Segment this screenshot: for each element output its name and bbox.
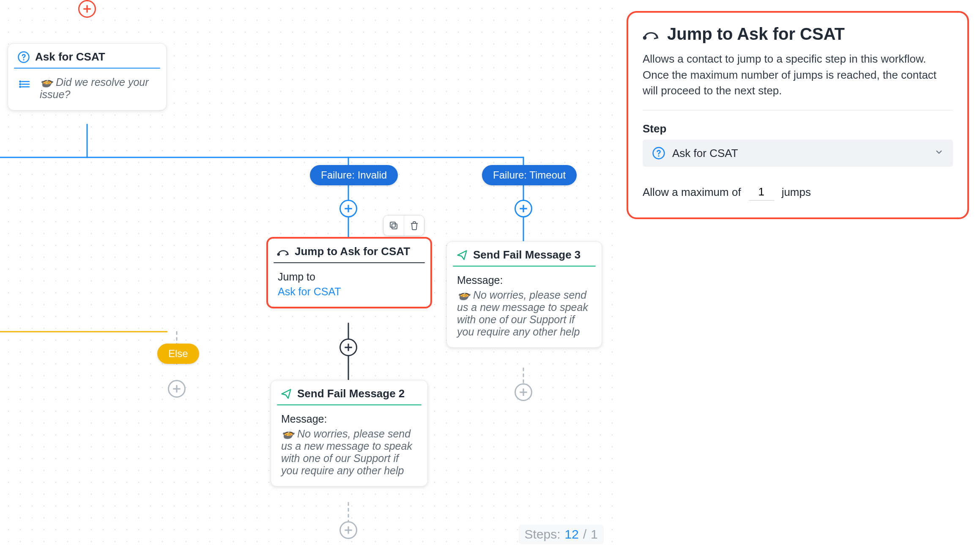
copy-node-button[interactable] [383, 215, 404, 236]
trash-icon [409, 220, 419, 231]
add-step-after-invalid[interactable] [339, 200, 357, 217]
svg-rect-21 [392, 224, 397, 229]
steps-total: 1 [591, 527, 598, 542]
add-step-after-timeout[interactable] [515, 200, 532, 217]
jump-label: Jump to [278, 271, 421, 283]
branch-failure-timeout[interactable]: Failure: Timeout [482, 165, 577, 185]
plus-icon [343, 342, 354, 353]
max-jumps-suffix: jumps [782, 186, 811, 199]
add-step-after-fail3[interactable] [515, 383, 532, 401]
message-label: Message: [457, 274, 591, 286]
plus-icon [171, 383, 182, 394]
message-text: No worries, please send us a new message… [281, 428, 412, 476]
max-jumps-prefix: Allow a maximum of [643, 186, 741, 199]
copy-icon [389, 220, 399, 231]
svg-point-14 [23, 59, 25, 60]
send-icon [456, 249, 468, 261]
question-circle-icon [652, 146, 665, 160]
workflow-canvas[interactable]: Ask for CSAT 🍲 Did we resolve your issue… [0, 0, 613, 550]
plus-icon [343, 203, 354, 214]
pot-emoji: 🍲 [457, 289, 470, 301]
plus-icon [518, 203, 529, 214]
svg-point-18 [19, 81, 21, 82]
pot-emoji: 🍲 [40, 76, 53, 88]
question-circle-icon [17, 51, 30, 63]
svg-point-24 [643, 36, 646, 38]
inspector-panel: Jump to Ask for CSAT Allows a contact to… [627, 11, 969, 219]
node-title: Send Fail Message 3 [473, 248, 580, 261]
pot-emoji: 🍲 [281, 428, 294, 440]
node-send-fail-message-2[interactable]: Send Fail Message 2 Message: 🍲 No worrie… [271, 380, 428, 487]
plus-icon [343, 525, 354, 536]
svg-point-19 [19, 84, 21, 85]
plus-icon [518, 387, 529, 398]
svg-point-20 [19, 86, 21, 88]
list-icon [19, 78, 31, 91]
node-jump-to-ask-for-csat[interactable]: Jump to Ask for CSAT Jump to Ask for CSA… [267, 238, 431, 308]
jump-target-link[interactable]: Ask for CSAT [278, 286, 421, 298]
max-jumps-input[interactable] [749, 184, 774, 201]
add-step-after-fail2[interactable] [339, 521, 357, 539]
step-selector[interactable]: Ask for CSAT [643, 140, 953, 167]
inspector-title: Jump to Ask for CSAT [643, 25, 953, 44]
node-prompt: Did we resolve your issue? [40, 76, 148, 100]
delete-node-button[interactable] [404, 215, 424, 236]
message-label: Message: [281, 413, 417, 425]
step-selector-value: Ask for CSAT [672, 147, 738, 160]
node-title: Ask for CSAT [35, 50, 105, 63]
svg-point-23 [278, 253, 279, 255]
chevron-down-icon [934, 147, 944, 160]
node-title: Jump to Ask for CSAT [295, 245, 410, 258]
plus-icon [82, 3, 93, 14]
message-text: No worries, please send us a new message… [457, 289, 588, 338]
steps-divider: / [583, 527, 586, 542]
node-title: Send Fail Message 2 [297, 387, 405, 400]
node-ask-for-csat[interactable]: Ask for CSAT 🍲 Did we resolve your issue… [8, 43, 167, 110]
add-step-top[interactable] [78, 0, 96, 18]
add-step-after-jump[interactable] [339, 338, 357, 356]
steps-counter: Steps: 12 / 1 [519, 525, 604, 544]
node-send-fail-message-3[interactable]: Send Fail Message 3 Message: 🍲 No worrie… [446, 241, 602, 348]
svg-point-26 [658, 155, 659, 157]
inspector-description: Allows a contact to jump to a specific s… [643, 51, 953, 110]
node-toolbar [383, 215, 424, 236]
inspector-step-label: Step [643, 122, 953, 135]
jump-arc-icon [643, 26, 660, 43]
send-icon [280, 388, 292, 400]
jump-arc-icon [277, 245, 290, 258]
add-step-after-else[interactable] [168, 380, 186, 398]
steps-label: Steps: [525, 527, 561, 542]
branch-else[interactable]: Else [157, 344, 199, 364]
svg-rect-22 [390, 222, 395, 227]
branch-failure-invalid[interactable]: Failure: Invalid [310, 165, 398, 185]
steps-current: 12 [565, 527, 579, 542]
